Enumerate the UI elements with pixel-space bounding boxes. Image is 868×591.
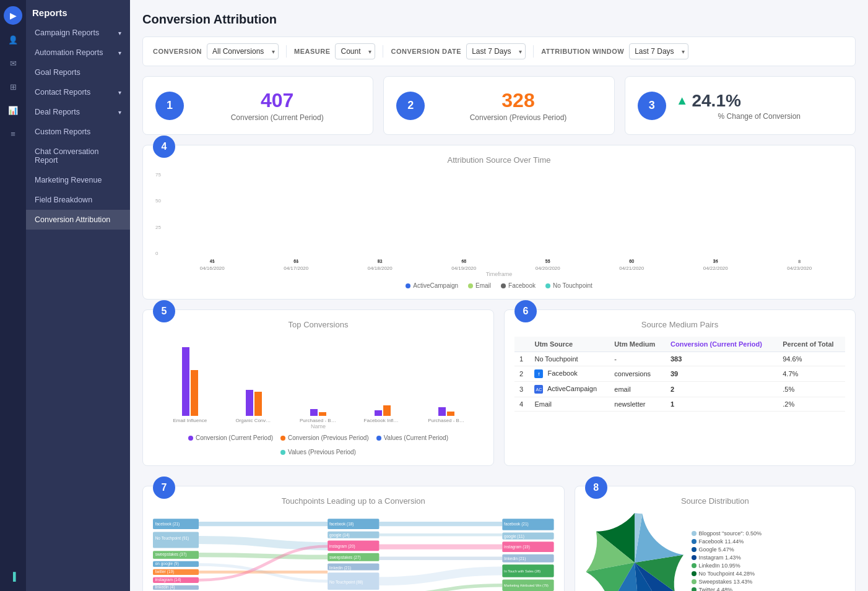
- svg-text:twitter (19): twitter (19): [155, 569, 175, 574]
- sidebar-item-goal[interactable]: Goal Reports: [26, 63, 130, 82]
- person-icon[interactable]: 👤: [4, 31, 22, 48]
- source-distribution-section: 8 Source Distribution: [575, 486, 856, 591]
- metric-label-current: Conversion (Current Period): [194, 113, 360, 122]
- touchpoints-section: 7 Touchpoints Leading up to a Conversion…: [142, 486, 565, 591]
- bar-group: 8 04/23/2020: [759, 259, 841, 271]
- metric-card-previous: 2 328 Conversion (Previous Period): [383, 76, 614, 135]
- svg-text:Marketing Attributed Win (79): Marketing Attributed Win (79): [504, 584, 549, 587]
- sankey-svg: facebook (21) No Touchpoint (91) sweepst…: [153, 513, 554, 591]
- svg-text:linkedin (4): linkedin (4): [155, 585, 175, 590]
- left-rail: ▶ 👤 ✉ ⊞ 📊 ≡ ▐: [0, 0, 26, 591]
- up-arrow-icon: ▲: [676, 93, 688, 108]
- conv-group: Purchased - BTAP48: [419, 342, 474, 423]
- chevron-icon: ▾: [118, 50, 121, 56]
- date-label: CONVERSION DATE: [391, 48, 461, 55]
- metric-card-current: 1 407 Conversion (Current Period): [142, 76, 373, 135]
- table-row: 2 f Facebook conversions 39 4.7%: [514, 366, 845, 382]
- col-utm-source: Utm Source: [529, 337, 609, 352]
- conversion-filter-group: CONVERSION All Conversions: [153, 43, 279, 59]
- conv-group: Organic Conversion: [227, 342, 282, 423]
- top-conv-legend: Conversion (Current Period) Conversion (…: [153, 434, 484, 455]
- metric-label-change: % Change of Conversion: [676, 112, 843, 121]
- bar-group: 56 48 04/19/2020: [423, 259, 505, 271]
- sidebar-item-custom[interactable]: Custom Reports: [26, 122, 130, 142]
- legend-dot-nt: [545, 283, 550, 288]
- attribution-badge: 4: [153, 136, 175, 158]
- attribution-label: ATTRIBUTION WINDOW: [541, 48, 624, 55]
- sidebar-item-chat[interactable]: Chat Conversation Report: [26, 142, 130, 170]
- metric-card-change: 3 ▲ 24.1% % Change of Conversion: [625, 76, 856, 135]
- page-title: Conversion Attribution: [142, 12, 856, 27]
- measure-select[interactable]: Count: [335, 43, 375, 59]
- list-icon[interactable]: ≡: [4, 125, 22, 142]
- conv-group: Facebook Influence: [355, 342, 410, 423]
- chart-icon[interactable]: 📊: [4, 101, 22, 119]
- bar-group: 35 34 04/22/2020: [675, 259, 757, 271]
- source-dist-title: Source Distribution: [585, 496, 845, 506]
- two-col-section: 5 Top Conversions Email Influence Organi…: [142, 309, 856, 476]
- sidebar-nav: Campaign Reports ▾ Automation Reports ▾ …: [26, 23, 130, 230]
- filter-bar: CONVERSION All Conversions MEASURE Count: [142, 37, 856, 66]
- attribution-legend: ActiveCampaign Email Facebook No Touchpo…: [153, 282, 845, 289]
- segment-icon[interactable]: ⊞: [4, 78, 22, 95]
- svg-text:instagram (20): instagram (20): [329, 544, 355, 549]
- bar-chart-icon[interactable]: ▐: [4, 567, 22, 585]
- svg-text:In Touch with Sales (28): In Touch with Sales (28): [504, 569, 540, 573]
- metric-info-1: 407 Conversion (Current Period): [194, 89, 360, 122]
- table-row: 1 No Touchpoint - 383 94.6%: [514, 352, 845, 366]
- top-conversions-section: 5 Top Conversions Email Influence Organi…: [142, 309, 494, 466]
- bar-group: 82 81 04/18/2020: [339, 259, 421, 271]
- metric-value-change: ▲ 24.1%: [676, 91, 843, 111]
- svg-text:linkedin (21): linkedin (21): [504, 556, 526, 561]
- col-conversion: Conversion (Current Period): [666, 337, 778, 352]
- sidebar-item-field[interactable]: Field Breakdown: [26, 190, 130, 210]
- col-utm-medium: Utm Medium: [609, 337, 666, 352]
- col-percent: Percent of Total: [778, 337, 845, 352]
- legend-dot-email: [468, 283, 473, 288]
- date-select[interactable]: Last 7 Days: [466, 43, 526, 59]
- chevron-icon: ▾: [118, 30, 121, 37]
- sidebar-item-automation[interactable]: Automation Reports ▾: [26, 43, 130, 63]
- sidebar-item-contact[interactable]: Contact Reports ▾: [26, 82, 130, 102]
- legend-label-fb: Facebook: [508, 282, 536, 289]
- date-filter-group: CONVERSION DATE Last 7 Days: [391, 43, 526, 59]
- bar-group: 55 53 04/20/2020: [507, 259, 589, 271]
- metric-info-2: 328 Conversion (Previous Period): [435, 89, 601, 122]
- conv-group: Purchased - BCOLD: [291, 342, 345, 423]
- conversion-select[interactable]: All Conversions: [207, 43, 279, 59]
- source-medium-badge: 6: [514, 300, 537, 322]
- metric-label-previous: Conversion (Previous Period): [435, 113, 601, 122]
- main-content: Conversion Attribution CONVERSION All Co…: [130, 0, 868, 591]
- chevron-icon: ▾: [118, 109, 121, 116]
- attribution-select[interactable]: Last 7 Days: [629, 43, 688, 59]
- conv-group: Email Influence: [163, 342, 217, 423]
- legend-email: Email: [468, 282, 491, 289]
- sidebar-item-campaign[interactable]: Campaign Reports ▾: [26, 23, 130, 43]
- sankey-diagram: facebook (21) No Touchpoint (91) sweepst…: [153, 513, 554, 591]
- svg-text:No Touchpoint (91): No Touchpoint (91): [155, 536, 189, 541]
- sidebar-title: Reports: [26, 0, 130, 23]
- table-row: 3 AC ActiveCampaign email 2 .5%: [514, 382, 845, 397]
- touchpoints-title: Touchpoints Leading up to a Conversion: [153, 496, 554, 506]
- x-axis-label: Timeframe: [153, 271, 845, 277]
- svg-text:google (14): google (14): [329, 533, 350, 538]
- mail-icon[interactable]: ✉: [4, 54, 22, 72]
- touchpoints-badge: 7: [153, 477, 175, 499]
- svg-text:facebook (18): facebook (18): [329, 522, 354, 527]
- metric-value-previous: 328: [435, 89, 601, 112]
- source-table: Utm Source Utm Medium Conversion (Curren…: [514, 337, 845, 412]
- nav-arrow-btn[interactable]: ▶: [4, 6, 22, 25]
- sidebar-item-conversion[interactable]: Conversion Attribution: [26, 210, 130, 230]
- chevron-icon: ▾: [118, 89, 121, 96]
- source-table-body: 1 No Touchpoint - 383 94.6% 2 f Facebook…: [514, 352, 845, 412]
- measure-label: MEASURE: [294, 48, 331, 55]
- sidebar-item-marketing[interactable]: Marketing Revenue: [26, 170, 130, 190]
- bottom-section: 7 Touchpoints Leading up to a Conversion…: [142, 486, 856, 591]
- bar-chart-area: 45 41 04/16/2020 66 61 04/17/2020 82: [171, 172, 840, 271]
- conversion-label: CONVERSION: [153, 48, 202, 55]
- top-conv-title: Top Conversions: [153, 320, 484, 329]
- svg-text:sweepstakes (27): sweepstakes (27): [329, 555, 361, 560]
- sidebar-item-deal[interactable]: Deal Reports ▾: [26, 102, 130, 122]
- metric-badge-1: 1: [155, 92, 184, 120]
- top-conv-chart: Email Influence Organic Conversion Purch…: [153, 337, 484, 423]
